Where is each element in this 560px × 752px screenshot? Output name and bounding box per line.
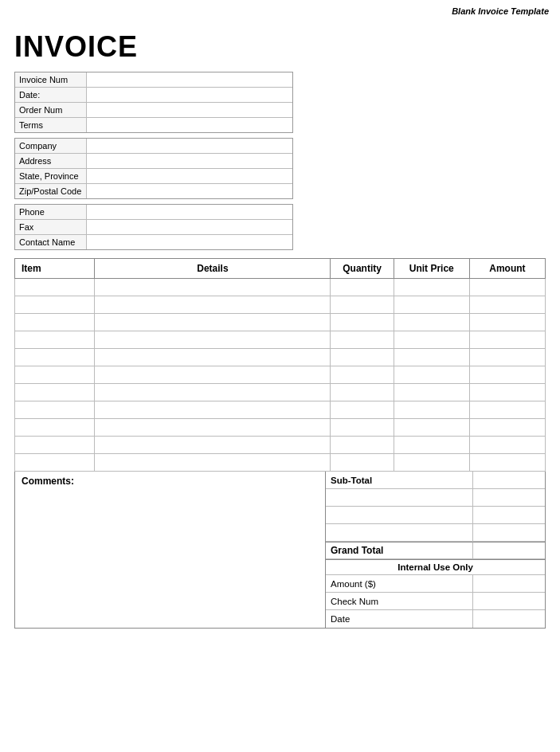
table-cell-r0-c1[interactable] <box>95 279 331 296</box>
state-province-label: State, Province <box>15 169 87 183</box>
state-province-value[interactable] <box>87 169 292 183</box>
date-value[interactable] <box>87 88 292 102</box>
table-cell-r9-c1[interactable] <box>95 437 331 454</box>
invoice-num-label: Invoice Num <box>15 72 87 87</box>
totals-spacer-value-3[interactable] <box>473 524 545 541</box>
table-cell-r2-c3[interactable] <box>394 314 469 331</box>
table-cell-r6-c1[interactable] <box>95 384 331 401</box>
table-cell-r5-c0[interactable] <box>15 366 95 384</box>
table-cell-r3-c0[interactable] <box>15 331 95 349</box>
table-cell-r7-c0[interactable] <box>15 401 95 419</box>
table-row <box>15 366 546 384</box>
table-cell-r10-c0[interactable] <box>15 454 95 472</box>
table-cell-r9-c3[interactable] <box>394 437 469 454</box>
table-row <box>15 419 546 437</box>
check-num-row: Check Num <box>326 593 545 610</box>
table-cell-r4-c0[interactable] <box>15 349 95 366</box>
totals-spacer-1 <box>326 489 545 507</box>
table-cell-r8-c4[interactable] <box>469 419 545 437</box>
terms-label: Terms <box>15 118 87 132</box>
table-cell-r6-c4[interactable] <box>469 384 545 401</box>
internal-date-label: Date <box>326 610 473 628</box>
table-cell-r1-c1[interactable] <box>95 296 331 314</box>
info-row-invoice-num: Invoice Num <box>15 72 292 88</box>
invoice-num-value[interactable] <box>87 72 292 87</box>
phone-value[interactable] <box>87 205 292 219</box>
order-num-value[interactable] <box>87 103 292 117</box>
table-cell-r9-c2[interactable] <box>331 437 394 454</box>
contact-name-label: Contact Name <box>15 235 87 249</box>
table-cell-r1-c0[interactable] <box>15 296 95 314</box>
table-cell-r10-c3[interactable] <box>394 454 469 472</box>
grand-total-value[interactable] <box>473 542 545 558</box>
amount-s-value[interactable] <box>473 575 545 592</box>
table-cell-r8-c0[interactable] <box>15 419 95 437</box>
subtotal-value[interactable] <box>473 472 545 488</box>
table-cell-r5-c4[interactable] <box>469 366 545 384</box>
table-cell-r9-c0[interactable] <box>15 437 95 454</box>
totals-spacer-label-2 <box>326 507 473 523</box>
col-header-details: Details <box>95 259 331 279</box>
check-num-value[interactable] <box>473 593 545 609</box>
table-cell-r5-c1[interactable] <box>95 366 331 384</box>
table-cell-r8-c1[interactable] <box>95 419 331 437</box>
phone-row: Phone <box>15 205 292 220</box>
table-cell-r3-c3[interactable] <box>394 331 469 349</box>
fax-value[interactable] <box>87 220 292 234</box>
company-value[interactable] <box>87 139 292 153</box>
table-cell-r10-c1[interactable] <box>95 454 331 472</box>
totals-spacer-3 <box>326 524 545 542</box>
table-cell-r10-c4[interactable] <box>469 454 545 472</box>
table-cell-r10-c2[interactable] <box>331 454 394 472</box>
table-cell-r1-c4[interactable] <box>469 296 545 314</box>
bottom-section: Comments: Sub-Total Grand T <box>14 472 546 629</box>
totals-spacer-value-2[interactable] <box>473 507 545 523</box>
terms-value[interactable] <box>87 118 292 132</box>
address-row: Address <box>15 154 292 169</box>
address-label: Address <box>15 154 87 168</box>
table-cell-r4-c3[interactable] <box>394 349 469 366</box>
table-cell-r7-c4[interactable] <box>469 401 545 419</box>
totals-spacer-value-1[interactable] <box>473 489 545 506</box>
table-cell-r2-c2[interactable] <box>331 314 394 331</box>
table-cell-r3-c2[interactable] <box>331 331 394 349</box>
table-cell-r6-c3[interactable] <box>394 384 469 401</box>
info-section: Invoice Num Date: Order Num Terms <box>14 72 293 133</box>
contact-name-value[interactable] <box>87 235 292 249</box>
table-cell-r7-c1[interactable] <box>95 401 331 419</box>
table-cell-r4-c4[interactable] <box>469 349 545 366</box>
table-cell-r0-c0[interactable] <box>15 279 95 296</box>
table-cell-r4-c2[interactable] <box>331 349 394 366</box>
table-cell-r5-c3[interactable] <box>394 366 469 384</box>
table-cell-r0-c3[interactable] <box>394 279 469 296</box>
table-cell-r1-c2[interactable] <box>331 296 394 314</box>
table-cell-r3-c4[interactable] <box>469 331 545 349</box>
comments-area[interactable]: Comments: <box>15 472 326 628</box>
table-cell-r8-c3[interactable] <box>394 419 469 437</box>
info-row-order-num: Order Num <box>15 103 292 118</box>
table-cell-r6-c2[interactable] <box>331 384 394 401</box>
table-cell-r8-c2[interactable] <box>331 419 394 437</box>
table-cell-r0-c4[interactable] <box>469 279 545 296</box>
invoice-title: INVOICE <box>14 30 546 64</box>
table-cell-r7-c2[interactable] <box>331 401 394 419</box>
table-cell-r3-c1[interactable] <box>95 331 331 349</box>
subtotal-label: Sub-Total <box>326 472 473 488</box>
table-cell-r7-c3[interactable] <box>394 401 469 419</box>
table-cell-r2-c4[interactable] <box>469 314 545 331</box>
address-value[interactable] <box>87 154 292 168</box>
table-cell-r2-c1[interactable] <box>95 314 331 331</box>
table-cell-r5-c2[interactable] <box>331 366 394 384</box>
table-cell-r4-c1[interactable] <box>95 349 331 366</box>
table-cell-r0-c2[interactable] <box>331 279 394 296</box>
phone-label: Phone <box>15 205 87 219</box>
date-label: Date: <box>15 88 87 102</box>
table-cell-r2-c0[interactable] <box>15 314 95 331</box>
table-cell-r1-c3[interactable] <box>394 296 469 314</box>
internal-date-value[interactable] <box>473 610 545 628</box>
zip-value[interactable] <box>87 184 292 198</box>
table-cell-r6-c0[interactable] <box>15 384 95 401</box>
table-cell-r9-c4[interactable] <box>469 437 545 454</box>
table-row <box>15 349 546 366</box>
col-header-quantity: Quantity <box>331 259 394 279</box>
